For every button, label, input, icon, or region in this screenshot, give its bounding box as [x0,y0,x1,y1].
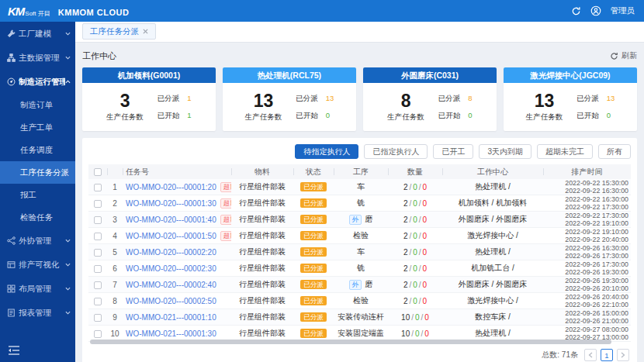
chevron-down-icon [65,55,71,60]
select-all-checkbox[interactable] [94,168,102,176]
qty-total: 10 [401,329,410,338]
table-row[interactable]: 1WO-MMO-020---00001:20超期行星组件部装已分派车2/0/0热… [88,179,631,195]
qty-scrap: 0 [423,232,428,240]
table-row[interactable]: 8WO-MMO-020---00002:50行星组件部装已分派检验2/0/0激光… [88,293,631,309]
task-count-label: 生产任务数 [245,112,282,122]
row-index: 4 [107,232,123,240]
task-number-link[interactable]: WO-MMO-020---00002:40 [126,281,216,289]
qty-total: 2 [403,281,408,289]
table-row[interactable]: 2WO-MMO-020---00001:30超期行星组件部装已分派铣2/0/0机… [88,195,631,212]
sidebar-item-4[interactable]: 报工 [0,184,75,206]
qty-total: 2 [403,183,408,191]
next-page-button[interactable] [617,349,629,361]
filter-button-3[interactable]: 3天内到期 [479,144,531,159]
sidebar-item-3[interactable]: 工序任务分派 [0,161,75,184]
filter-button-4[interactable]: 超期未完工 [537,144,593,159]
task-number-link[interactable]: WO-MMO-021---00001:10 [126,313,216,322]
row-checkbox[interactable] [94,216,102,224]
table-row[interactable]: 4WO-MMO-020---00001:50超期行星组件部装已分派检验2/0/0… [88,228,631,244]
row-checkbox[interactable] [94,281,102,289]
sidebar-group-3[interactable]: 外协管理 [0,229,75,253]
qty-scrap: 0 [423,297,428,305]
qty-total: 2 [403,199,408,208]
filter-button-2[interactable]: 已开工 [433,144,473,159]
table-row[interactable]: 7WO-MMO-020---00002:40行星组件部装已分派外磨2/0/0外圆… [88,277,631,293]
row-checkbox[interactable] [94,330,102,338]
sidebar-item-2[interactable]: 任务调度 [0,139,75,161]
workcenter-cell: 数控车床 / [442,312,543,322]
prev-page-button[interactable] [584,349,597,361]
sidebar-group-1[interactable]: 主数据管理 [0,46,75,70]
schedule-time-cell: 2022-09-26 19:30:002022-09-26 20:10:00 [543,277,631,292]
qty-separator: / [409,199,411,208]
workcenter-card[interactable]: 外圆磨床(C031)8生产任务数已分派8已开始0 [363,67,497,131]
task-number-link[interactable]: WO-MMO-020---00001:40 [126,215,216,224]
task-number-link[interactable]: WO-MMO-020---00001:20 [126,183,216,191]
table-row[interactable]: 5WO-MMO-020---00002:20行星组件部装已分派车2/0/0热处理… [88,244,631,260]
workcenter-cell: 热处理机 / [442,247,543,257]
schedule-start-time: 2022-09-27 08:00:00 [543,326,628,333]
sidebar-item-0[interactable]: 制造订单 [0,94,75,116]
filter-button-1[interactable]: 已指定执行人 [364,144,428,159]
user-avatar-icon[interactable] [590,5,601,16]
qty-done: 0 [413,281,417,289]
task-number-link[interactable]: WO-MMO-020---00002:30 [126,264,216,273]
workcenter-card[interactable]: 机加领料(G0001)3生产任务数已分派1已开始1 [82,67,216,131]
row-checkbox[interactable] [94,314,102,322]
row-checkbox[interactable] [94,233,102,240]
user-name[interactable]: 管理员 [611,5,635,16]
task-number-link[interactable]: WO-MMO-020---00001:50 [126,232,216,240]
row-checkbox[interactable] [94,200,102,208]
sidebar-group-5[interactable]: 布局管理 [0,277,75,301]
refresh-icon[interactable] [571,6,581,16]
filter-button-0[interactable]: 待指定执行人 [295,144,358,159]
row-checkbox[interactable] [94,265,102,273]
row-index: 7 [107,281,123,289]
row-checkbox[interactable] [94,249,102,257]
sidebar-group-0[interactable]: 工厂建模 [0,22,75,46]
task-number-link[interactable]: WO-MMO-021---00001:30 [126,329,216,338]
tab-close-icon[interactable] [143,29,148,34]
tab-process-task-dispatch[interactable]: 工序任务分派 [82,23,156,40]
horizontal-scrollbar[interactable] [90,340,611,344]
table-row[interactable]: 9WO-MMO-021---00001:10行星组件部装已分派安装传动连杆10/… [88,309,631,326]
filter-button-5[interactable]: 所有 [598,144,631,159]
process-name: 车 [357,247,365,256]
table-row[interactable]: 6WO-MMO-020---00002:30行星组件部装已分派铣2/0/0机加铣… [88,260,631,277]
started-label: 已开始 [438,111,461,121]
row-index: 2 [107,199,123,208]
schedule-time-cell: 2022-09-22 15:30:002022-09-22 16:30:00 [543,179,631,195]
table-row[interactable]: 3WO-MMO-020---00001:40超期行星组件部装已分派外磨2/0/0… [88,212,631,228]
task-number-link[interactable]: WO-MMO-020---00002:20 [126,248,216,257]
sidebar-group-2[interactable]: 制造运行管理 [0,70,75,94]
refresh-button[interactable]: 刷新 [610,50,637,61]
task-number-link[interactable]: WO-MMO-020---00001:30 [126,199,216,208]
task-panel: 待指定执行人已指定执行人已开工3天内到期超期未完工所有 任务号物料状态工序数量工… [82,138,637,362]
row-checkbox[interactable] [94,184,102,191]
row-index: 9 [107,313,123,322]
schedule-end-time: 2022-09-26 22:10:00 [543,301,628,309]
status-badge: 已分派 [300,264,327,273]
workcenter-cell: 机加领料 / 机加领料 [442,198,543,209]
sidebar-item-1[interactable]: 生产工单 [0,116,75,139]
sidebar-item-5[interactable]: 检验任务 [0,206,75,229]
status-badge: 已分派 [300,182,327,191]
sitemap-icon [7,53,16,62]
assigned-label: 已分派 [158,94,180,104]
qty-separator: / [409,215,411,224]
chevron-down-icon [65,286,71,291]
sidebar-group-4[interactable]: 排产可视化 [0,253,75,277]
page-1-button[interactable]: 1 [601,349,613,361]
row-checkbox[interactable] [94,298,102,305]
task-number-link[interactable]: WO-MMO-020---00002:50 [126,297,216,305]
workcenter-card[interactable]: 热处理机(RCL75)13生产任务数已分派13已开始0 [223,67,356,131]
sidebar-group-6[interactable]: 报表管理 [0,301,75,325]
qty-done: 0 [413,297,417,305]
assigned-value: 13 [326,94,334,104]
chevron-right-icon [621,352,625,358]
qty-separator: / [421,313,424,322]
workcenter-card[interactable]: 激光焊接中心(JGC09)13生产任务数已分派13已开始0 [504,67,637,131]
topbar: KM Soft 开目 KMMOM CLOUD 管理员 [0,0,644,22]
process-name: 安装传动连杆 [338,312,384,321]
collapse-sidebar-icon[interactable] [8,345,20,356]
